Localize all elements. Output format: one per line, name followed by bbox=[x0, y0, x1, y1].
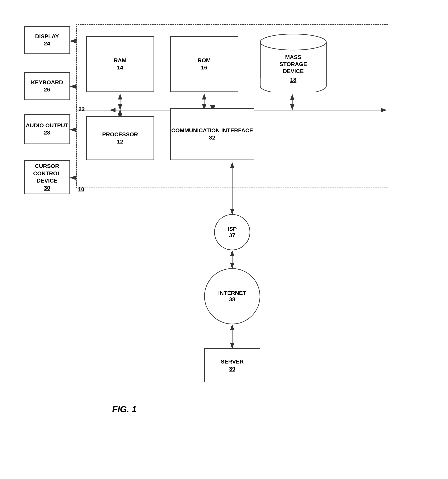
cursor-box: CURSOR CONTROL DEVICE 30 bbox=[24, 160, 70, 194]
svg-text:18: 18 bbox=[290, 77, 296, 83]
ram-box: RAM 14 bbox=[86, 36, 154, 92]
comm-box: COMMUNICATION INTERFACE 32 bbox=[170, 108, 254, 160]
internet-circle: INTERNET 38 bbox=[204, 268, 260, 324]
display-box: DISPLAY 24 bbox=[24, 26, 70, 54]
processor-box: PROCESSOR 12 bbox=[86, 116, 154, 160]
keyboard-box: KEYBOARD 26 bbox=[24, 72, 70, 100]
server-box: SERVER 39 bbox=[204, 348, 260, 382]
msd-container: MASS STORAGE DEVICE 18 bbox=[256, 28, 330, 92]
figure-caption: FIG. 1 bbox=[112, 404, 137, 414]
svg-text:DEVICE: DEVICE bbox=[283, 68, 304, 74]
svg-text:MASS: MASS bbox=[285, 54, 301, 60]
isp-circle: ISP 37 bbox=[214, 214, 250, 250]
msd-cylinder-svg: MASS STORAGE DEVICE 18 bbox=[256, 28, 330, 92]
svg-point-29 bbox=[260, 34, 326, 50]
svg-text:STORAGE: STORAGE bbox=[280, 61, 307, 67]
diagram: 10 22 DISPLAY 24 KEYBOARD 26 AUDIO OUTPU… bbox=[12, 12, 432, 468]
audio-box: AUDIO OUTPUT 28 bbox=[24, 114, 70, 144]
bus-label: 22 bbox=[79, 106, 85, 113]
rom-box: ROM 16 bbox=[170, 36, 238, 92]
system-label: 10 bbox=[78, 186, 84, 193]
